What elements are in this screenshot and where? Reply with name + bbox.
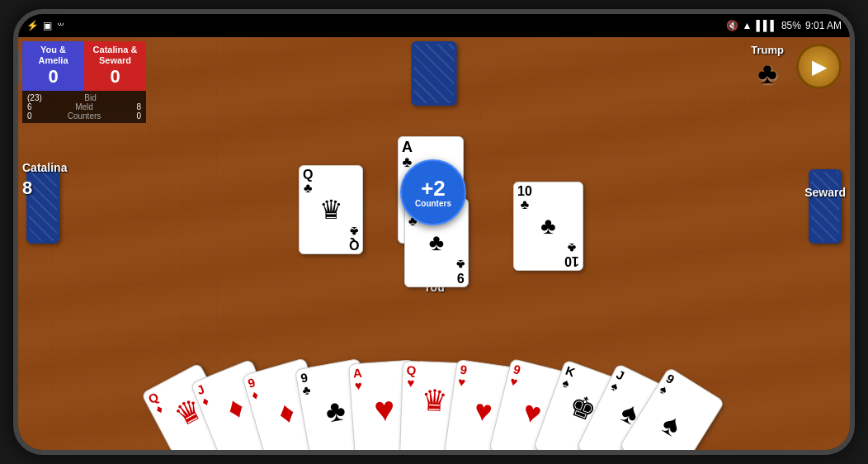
right-deck [809,169,842,244]
q-rank-bottom: Q [349,238,359,251]
score-panel: Standard You &Amelia 0 Catalina &Seward … [22,41,146,123]
counters-row: 0 Counters 0 [27,111,141,121]
battery-text: 85% [781,20,801,31]
usb-icon: ⚡ [26,20,39,31]
counters-value-right: 0 [136,111,141,121]
q-suit-top: ♣ [304,182,313,195]
ten-suit-top: ♣ [521,198,530,211]
hqh-center: ♛ [421,384,448,419]
top-deck [412,41,457,106]
deck-card [412,41,457,106]
team-name-you-amelia: You &Amelia [29,45,78,66]
status-bar: ⚡ ▣ ꒳ 🔇 ▲ ▌▌▌ 85% 9:01 AM [18,14,850,37]
meld-value-left: 6 [27,102,32,111]
h9s-center: ♠ [656,405,687,443]
bid-label: Bid [84,93,96,102]
time-display: 9:01 AM [805,20,842,31]
counters-label: Counters [68,111,101,121]
meld-row: 6 Meld 8 [27,102,141,111]
wifi-icon: ▲ [743,20,752,31]
q-center-suit: ♛ [319,194,343,225]
counters-label: Counters [415,199,451,208]
hqh-suit: ♥ [407,376,414,389]
wifi-bars-icon: ꒳ [56,20,66,31]
seward-name: Seward [804,186,846,199]
h9d-suit: ♦ [250,388,259,402]
team-name-catalina-seward: Catalina &Seward [91,45,139,66]
h9c-center: ♣ [323,392,348,429]
signal-icon: ▌▌▌ [756,20,777,31]
catalina-score: 8 [22,178,32,199]
team-score-you-amelia: 0 [29,66,78,88]
h9c-suit: ♣ [301,383,311,396]
score-teams: You &Amelia 0 Catalina &Seward 0 [22,41,146,91]
ten-rank-bottom: 10 [564,254,579,268]
hjs-suit: ♠ [609,379,620,393]
h9d-center: ♦ [274,394,298,431]
game-area: Standard You &Amelia 0 Catalina &Seward … [18,37,850,450]
hah-center: ♥ [373,389,396,430]
nine-rank-bottom: 9 [456,271,464,284]
trump-arrow-icon: ▶ [812,55,827,78]
team-you-amelia: You &Amelia 0 [22,41,84,91]
sound-off-icon: 🔇 [726,20,738,31]
ten-suit-bottom: ♣ [568,241,577,254]
ten-rank: 10 [517,185,532,198]
status-icons-left: ⚡ ▣ ꒳ [26,20,66,31]
bid-value-right [139,93,141,102]
table-card-q-clubs[interactable]: Q ♣ ♛ Q ♣ [299,165,363,254]
q-rank: Q [303,168,313,182]
nine-center-suit: ♣ [429,230,444,256]
hj-center: ♦ [222,390,249,428]
h9h1-center: ♥ [472,392,494,429]
hand-area: Q ♦ ♛ J ♦ ♦ 9 ♦ ♦ [96,362,772,450]
trump-suit-icon: ♣ [751,56,784,91]
h9h1-suit: ♥ [457,375,466,388]
sim-icon: ▣ [43,20,52,31]
trump-area: Trump ♣ [751,44,784,91]
counters-bubble: +2 Counters [400,159,466,225]
a-rank: A [402,140,413,154]
ten-center-suit: ♣ [540,213,555,239]
hj-suit: ♦ [200,394,210,408]
bid-value-left: (23) [27,93,42,102]
phone-frame: ⚡ ▣ ꒳ 🔇 ▲ ▌▌▌ 85% 9:01 AM Standard You &… [13,9,855,455]
trump-button[interactable]: ▶ [796,44,842,89]
team-score-catalina-seward: 0 [91,66,139,88]
counters-value: +2 [421,178,446,199]
score-details: (23) Bid 6 Meld 8 0 Counters 0 [22,91,146,123]
status-icons-right: 🔇 ▲ ▌▌▌ 85% 9:01 AM [726,20,842,31]
table-card-10-clubs[interactable]: 10 ♣ ♣ 10 ♣ [513,182,583,271]
hq-suit: ♦ [153,402,165,416]
q-suit-bottom: ♣ [350,225,359,238]
team-catalina-seward: Catalina &Seward 0 [84,41,146,91]
hah-suit: ♥ [354,379,362,392]
counters-value-left: 0 [27,111,32,121]
meld-label: Meld [75,102,93,111]
h9s-suit: ♠ [658,382,670,396]
bid-row: (23) Bid [27,93,141,102]
meld-value-right: 8 [136,102,141,111]
hks-suit: ♠ [561,376,572,390]
trump-label: Trump [751,44,784,56]
right-deck-card [809,169,842,244]
nine-suit-bottom: ♣ [456,258,465,271]
h9h2-suit: ♥ [509,375,519,389]
standard-label: Standard [18,50,19,85]
catalina-name: Catalina [22,161,67,174]
